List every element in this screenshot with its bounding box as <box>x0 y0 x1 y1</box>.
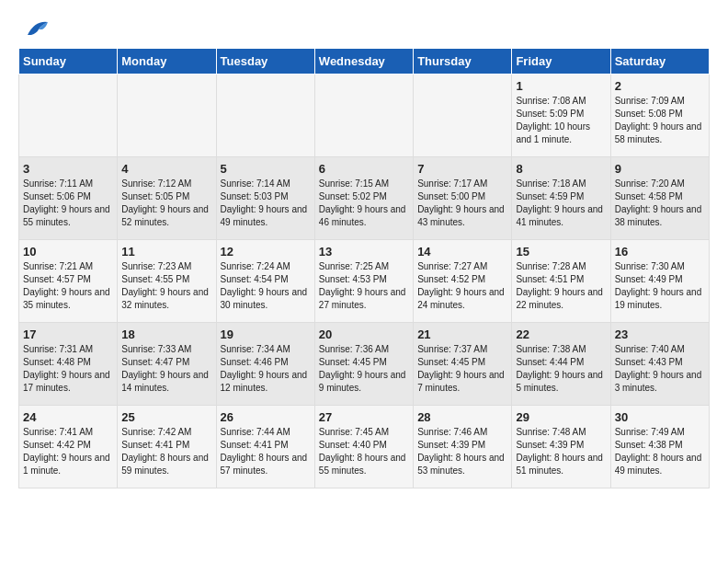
day-number: 27 <box>319 410 409 424</box>
calendar-cell: 19Sunrise: 7:34 AM Sunset: 4:46 PM Dayli… <box>216 323 314 406</box>
day-info: Sunrise: 7:17 AM Sunset: 5:00 PM Dayligh… <box>417 178 507 229</box>
day-info: Sunrise: 7:25 AM Sunset: 4:53 PM Dayligh… <box>319 260 409 312</box>
day-info: Sunrise: 7:15 AM Sunset: 5:02 PM Dayligh… <box>319 178 409 229</box>
calendar-cell: 13Sunrise: 7:25 AM Sunset: 4:53 PM Dayli… <box>314 240 413 323</box>
day-info: Sunrise: 7:45 AM Sunset: 4:40 PM Dayligh… <box>319 426 409 477</box>
day-number: 23 <box>615 327 705 341</box>
calendar-cell: 25Sunrise: 7:42 AM Sunset: 4:41 PM Dayli… <box>118 406 216 488</box>
calendar-header-row: SundayMondayTuesdayWednesdayThursdayFrid… <box>19 49 710 75</box>
day-info: Sunrise: 7:48 AM Sunset: 4:39 PM Dayligh… <box>516 426 606 477</box>
day-number: 5 <box>221 162 311 176</box>
day-of-week-header: Monday <box>118 49 216 75</box>
day-number: 4 <box>121 162 211 176</box>
day-info: Sunrise: 7:08 AM Sunset: 5:09 PM Dayligh… <box>516 95 606 146</box>
day-info: Sunrise: 7:49 AM Sunset: 4:38 PM Dayligh… <box>615 426 705 477</box>
calendar-cell <box>118 75 216 157</box>
calendar-cell: 4Sunrise: 7:12 AM Sunset: 5:05 PM Daylig… <box>118 157 216 240</box>
day-info: Sunrise: 7:34 AM Sunset: 4:46 PM Dayligh… <box>221 343 311 395</box>
day-info: Sunrise: 7:38 AM Sunset: 4:44 PM Dayligh… <box>516 343 606 395</box>
calendar-cell: 29Sunrise: 7:48 AM Sunset: 4:39 PM Dayli… <box>512 406 610 488</box>
calendar-cell <box>19 75 118 157</box>
day-number: 1 <box>516 79 606 93</box>
logo <box>18 18 50 39</box>
calendar-cell: 16Sunrise: 7:30 AM Sunset: 4:49 PM Dayli… <box>610 240 709 323</box>
logo-bird-icon <box>20 18 50 39</box>
day-number: 19 <box>221 327 311 341</box>
calendar-cell: 14Sunrise: 7:27 AM Sunset: 4:52 PM Dayli… <box>414 240 512 323</box>
day-of-week-header: Thursday <box>414 49 512 75</box>
calendar-cell: 28Sunrise: 7:46 AM Sunset: 4:39 PM Dayli… <box>414 406 512 488</box>
day-number: 13 <box>319 245 409 259</box>
day-of-week-header: Friday <box>512 49 610 75</box>
calendar-cell: 20Sunrise: 7:36 AM Sunset: 4:45 PM Dayli… <box>314 323 413 406</box>
day-number: 11 <box>121 245 211 259</box>
day-number: 17 <box>23 327 113 341</box>
day-info: Sunrise: 7:12 AM Sunset: 5:05 PM Dayligh… <box>121 178 211 229</box>
calendar-cell: 23Sunrise: 7:40 AM Sunset: 4:43 PM Dayli… <box>610 323 709 406</box>
day-number: 25 <box>121 410 211 424</box>
calendar-cell: 8Sunrise: 7:18 AM Sunset: 4:59 PM Daylig… <box>512 157 610 240</box>
day-number: 22 <box>516 327 606 341</box>
calendar-cell <box>314 75 413 157</box>
day-of-week-header: Tuesday <box>216 49 314 75</box>
calendar-week-row: 1Sunrise: 7:08 AM Sunset: 5:09 PM Daylig… <box>19 75 710 157</box>
day-info: Sunrise: 7:11 AM Sunset: 5:06 PM Dayligh… <box>23 178 113 229</box>
day-info: Sunrise: 7:40 AM Sunset: 4:43 PM Dayligh… <box>615 343 705 395</box>
day-number: 16 <box>615 245 705 259</box>
calendar-week-row: 10Sunrise: 7:21 AM Sunset: 4:57 PM Dayli… <box>19 240 710 323</box>
calendar-cell: 26Sunrise: 7:44 AM Sunset: 4:41 PM Dayli… <box>216 406 314 488</box>
calendar-week-row: 3Sunrise: 7:11 AM Sunset: 5:06 PM Daylig… <box>19 157 710 240</box>
day-number: 28 <box>417 410 507 424</box>
day-info: Sunrise: 7:28 AM Sunset: 4:51 PM Dayligh… <box>516 260 606 312</box>
day-number: 29 <box>516 410 606 424</box>
calendar-cell: 21Sunrise: 7:37 AM Sunset: 4:45 PM Dayli… <box>414 323 512 406</box>
day-of-week-header: Sunday <box>19 49 118 75</box>
calendar-cell: 30Sunrise: 7:49 AM Sunset: 4:38 PM Dayli… <box>610 406 709 488</box>
day-info: Sunrise: 7:33 AM Sunset: 4:47 PM Dayligh… <box>121 343 211 395</box>
day-number: 14 <box>417 245 507 259</box>
day-number: 24 <box>23 410 113 424</box>
day-info: Sunrise: 7:09 AM Sunset: 5:08 PM Dayligh… <box>615 95 705 146</box>
calendar-table: SundayMondayTuesdayWednesdayThursdayFrid… <box>18 48 710 488</box>
calendar-cell: 2Sunrise: 7:09 AM Sunset: 5:08 PM Daylig… <box>610 75 709 157</box>
day-info: Sunrise: 7:20 AM Sunset: 4:58 PM Dayligh… <box>615 178 705 229</box>
calendar-cell: 3Sunrise: 7:11 AM Sunset: 5:06 PM Daylig… <box>19 157 118 240</box>
calendar-cell: 11Sunrise: 7:23 AM Sunset: 4:55 PM Dayli… <box>118 240 216 323</box>
day-number: 9 <box>615 162 705 176</box>
day-info: Sunrise: 7:18 AM Sunset: 4:59 PM Dayligh… <box>516 178 606 229</box>
day-number: 2 <box>615 79 705 93</box>
calendar-cell: 22Sunrise: 7:38 AM Sunset: 4:44 PM Dayli… <box>512 323 610 406</box>
day-info: Sunrise: 7:46 AM Sunset: 4:39 PM Dayligh… <box>417 426 507 477</box>
day-number: 10 <box>23 245 113 259</box>
calendar-cell: 27Sunrise: 7:45 AM Sunset: 4:40 PM Dayli… <box>314 406 413 488</box>
day-number: 3 <box>23 162 113 176</box>
calendar-cell <box>216 75 314 157</box>
calendar-cell: 6Sunrise: 7:15 AM Sunset: 5:02 PM Daylig… <box>314 157 413 240</box>
calendar-cell: 7Sunrise: 7:17 AM Sunset: 5:00 PM Daylig… <box>414 157 512 240</box>
calendar-cell <box>414 75 512 157</box>
day-number: 7 <box>417 162 507 176</box>
day-info: Sunrise: 7:31 AM Sunset: 4:48 PM Dayligh… <box>23 343 113 395</box>
header <box>18 18 710 39</box>
day-number: 30 <box>615 410 705 424</box>
day-number: 18 <box>121 327 211 341</box>
day-info: Sunrise: 7:23 AM Sunset: 4:55 PM Dayligh… <box>121 260 211 312</box>
day-of-week-header: Saturday <box>610 49 709 75</box>
day-number: 21 <box>417 327 507 341</box>
calendar-cell: 9Sunrise: 7:20 AM Sunset: 4:58 PM Daylig… <box>610 157 709 240</box>
calendar-cell: 1Sunrise: 7:08 AM Sunset: 5:09 PM Daylig… <box>512 75 610 157</box>
day-info: Sunrise: 7:37 AM Sunset: 4:45 PM Dayligh… <box>417 343 507 395</box>
day-number: 8 <box>516 162 606 176</box>
day-number: 20 <box>319 327 409 341</box>
calendar-week-row: 17Sunrise: 7:31 AM Sunset: 4:48 PM Dayli… <box>19 323 710 406</box>
day-info: Sunrise: 7:30 AM Sunset: 4:49 PM Dayligh… <box>615 260 705 312</box>
day-number: 26 <box>221 410 311 424</box>
calendar-cell: 18Sunrise: 7:33 AM Sunset: 4:47 PM Dayli… <box>118 323 216 406</box>
day-info: Sunrise: 7:14 AM Sunset: 5:03 PM Dayligh… <box>221 178 311 229</box>
day-info: Sunrise: 7:36 AM Sunset: 4:45 PM Dayligh… <box>319 343 409 395</box>
calendar-week-row: 24Sunrise: 7:41 AM Sunset: 4:42 PM Dayli… <box>19 406 710 488</box>
day-number: 6 <box>319 162 409 176</box>
day-info: Sunrise: 7:27 AM Sunset: 4:52 PM Dayligh… <box>417 260 507 312</box>
calendar-cell: 15Sunrise: 7:28 AM Sunset: 4:51 PM Dayli… <box>512 240 610 323</box>
calendar-cell: 17Sunrise: 7:31 AM Sunset: 4:48 PM Dayli… <box>19 323 118 406</box>
